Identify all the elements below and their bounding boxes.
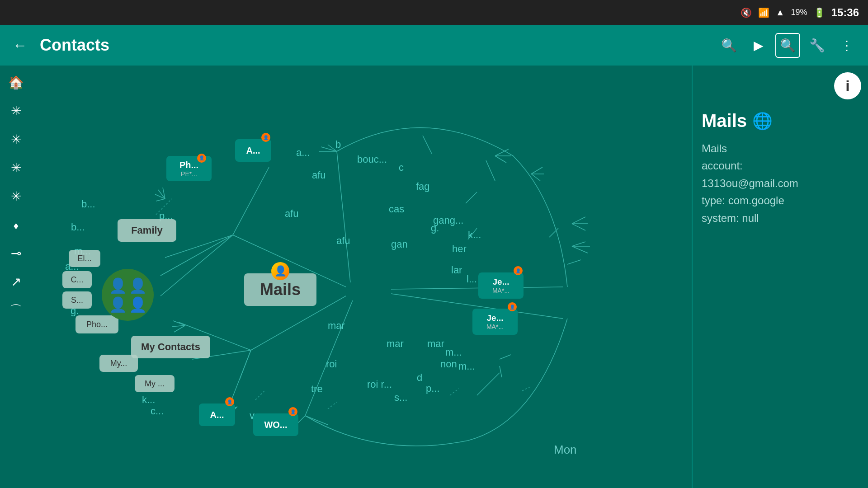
mails-label: Mails — [702, 142, 727, 155]
svg-line-7 — [486, 160, 495, 181]
account-value: 1313ou@gmail.com — [702, 177, 798, 189]
left-sidebar: 🏠 ✳ ✳ ✳ ✳ ⬧ ⊸ ↗ ⌒ — [0, 66, 32, 488]
s-node[interactable]: S... — [62, 291, 92, 309]
je1-node[interactable]: 👤 Je... MA*... — [478, 272, 524, 299]
svg-line-33 — [572, 217, 585, 224]
battery-level: 19% — [791, 8, 807, 17]
compass1-icon[interactable]: ✳ — [4, 99, 28, 123]
my1-node[interactable]: My... — [99, 355, 138, 372]
svg-line-23 — [156, 199, 165, 201]
top-bar: ← Contacts 🔍 ▶ 🔍 🔧 ⋮ — [0, 25, 868, 66]
mute-icon: 🔇 — [741, 7, 752, 18]
svg-line-21 — [231, 350, 251, 402]
arrow-icon[interactable]: ↗ — [4, 269, 28, 294]
panel-title-row: Mails 🌐 — [702, 111, 859, 131]
wifi-icon: 📶 — [758, 7, 769, 18]
center-node-mails[interactable]: Mails 👤 — [244, 273, 316, 306]
svg-line-15 — [233, 167, 269, 235]
svg-line-6 — [423, 136, 432, 154]
more-button[interactable]: ⋮ — [834, 33, 859, 58]
clock: 15:36 — [831, 6, 859, 19]
a-bottom-node[interactable]: 👤 A... — [199, 404, 235, 426]
avatar-person2: 👤 — [129, 277, 147, 294]
bracket-icon[interactable]: ⌒ — [4, 298, 28, 323]
back-button[interactable]: ← — [9, 33, 31, 57]
avatar-group[interactable]: 👤 👤 👤 👤 — [102, 269, 154, 321]
family-node[interactable]: Family — [118, 219, 176, 242]
svg-line-54 — [450, 389, 459, 395]
svg-line-12 — [500, 355, 511, 359]
search-button[interactable]: 🔍 — [717, 33, 741, 58]
c-node[interactable]: C... — [62, 271, 92, 288]
my-contacts-node[interactable]: My Contacts — [131, 336, 210, 358]
a-top-node[interactable]: 👤 A... — [235, 139, 271, 162]
system-value: null — [742, 212, 759, 224]
svg-line-2 — [337, 151, 350, 282]
type-value: com.google — [728, 194, 784, 206]
wrench-search-button[interactable]: 🔧 — [805, 33, 830, 58]
system-label: system: — [702, 212, 742, 224]
search-outlined-button[interactable]: 🔍 — [775, 33, 800, 58]
svg-line-3 — [305, 300, 353, 416]
svg-line-52 — [255, 391, 264, 400]
panel-detail: Mails account: 1313ou@gmail.com type: co… — [702, 140, 859, 227]
avatar-person4: 👤 — [129, 296, 147, 313]
battery-icon: 🔋 — [814, 7, 825, 18]
my2-node[interactable]: My ... — [135, 375, 175, 392]
el-node[interactable]: El... — [69, 250, 100, 267]
globe-icon: 🌐 — [752, 112, 773, 131]
svg-line-53 — [522, 386, 531, 391]
svg-line-47 — [173, 321, 185, 325]
center-node-label: Mails — [260, 280, 301, 299]
svg-line-18 — [160, 235, 233, 296]
svg-line-38 — [495, 156, 506, 163]
svg-line-50 — [156, 199, 172, 215]
svg-line-30 — [572, 242, 585, 246]
avatar-person1: 👤 — [109, 277, 127, 294]
je2-node[interactable]: 👤 Je... MA*... — [472, 309, 518, 335]
svg-line-9 — [468, 228, 477, 239]
svg-line-36 — [495, 149, 509, 156]
svg-line-8 — [466, 192, 477, 203]
graph-area[interactable]: afu bouc... fag cas gan afu afu gang... … — [32, 66, 692, 488]
account-label: account: — [702, 160, 743, 172]
avatar-person3: 👤 — [109, 296, 127, 313]
compass3-icon[interactable]: ✳ — [4, 155, 28, 180]
main-content: 🏠 ✳ ✳ ✳ ✳ ⬧ ⊸ ↗ ⌒ — [0, 66, 868, 488]
arrow-cross-icon[interactable]: ⬧ — [4, 212, 28, 237]
signal-icon: ▲ — [776, 7, 785, 18]
play-button[interactable]: ▶ — [746, 33, 771, 58]
toolbar-actions: 🔍 ▶ 🔍 🔧 ⋮ — [717, 33, 859, 58]
circle-line-icon[interactable]: ⊸ — [4, 241, 28, 266]
pho-node[interactable]: Pho... — [75, 315, 118, 333]
svg-line-11 — [567, 260, 581, 264]
svg-line-28 — [321, 147, 337, 151]
svg-line-48 — [305, 416, 328, 425]
svg-line-35 — [572, 224, 585, 230]
compass4-icon[interactable]: ✳ — [4, 184, 28, 209]
svg-line-39 — [531, 167, 542, 174]
info-icon: i — [845, 77, 849, 95]
compass2-icon[interactable]: ✳ — [4, 127, 28, 152]
ph-pe-node[interactable]: 👤 Ph... PE*... — [166, 156, 212, 181]
svg-line-14 — [477, 373, 500, 395]
status-bar: 🔇 📶 ▲ 19% 🔋 15:36 — [0, 0, 868, 25]
right-panel: i Mails 🌐 Mails account: 1313ou@gmail.co… — [692, 66, 868, 488]
svg-line-4 — [391, 287, 563, 289]
home-icon[interactable]: 🏠 — [4, 70, 28, 95]
wo-node[interactable]: 👤 WO... — [253, 413, 298, 436]
svg-line-13 — [500, 366, 502, 377]
svg-line-32 — [572, 246, 588, 253]
page-title: Contacts — [40, 36, 708, 55]
type-label: type: — [702, 194, 728, 206]
svg-line-55 — [328, 402, 337, 409]
panel-title: Mails — [702, 111, 747, 131]
info-button[interactable]: i — [834, 72, 861, 99]
